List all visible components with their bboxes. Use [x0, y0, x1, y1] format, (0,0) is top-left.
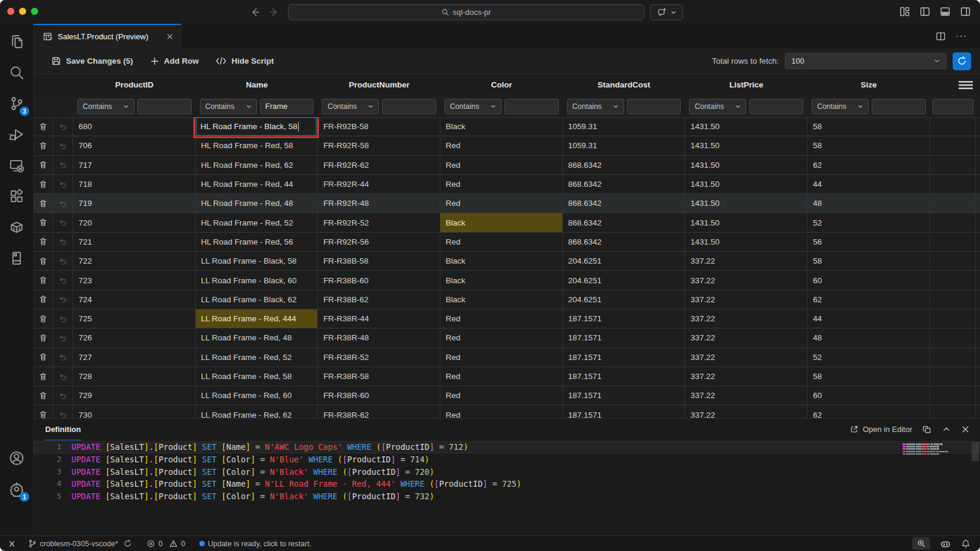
copilot-status-icon[interactable] — [940, 538, 951, 550]
cell-size[interactable]: 60 — [807, 271, 930, 289]
cell-productnumber[interactable]: FR-R38B-62 — [318, 290, 440, 309]
delete-row-button[interactable] — [34, 367, 53, 386]
filter-input-name[interactable]: Frame — [260, 99, 314, 114]
delete-row-button[interactable] — [34, 136, 53, 155]
column-header-name[interactable]: Name — [196, 80, 318, 89]
cell-listprice[interactable]: 337.22 — [685, 405, 807, 418]
revert-row-button[interactable] — [53, 271, 73, 289]
cell-standardcost[interactable]: 868.6342 — [563, 194, 685, 212]
filter-operator-select-listprice[interactable]: Contains — [689, 99, 746, 114]
cell-standardcost[interactable]: 187.1571 — [563, 328, 685, 347]
cell-name[interactable]: HL Road Frame - Black, 58 — [196, 117, 318, 136]
cell-size[interactable]: 56 — [807, 233, 930, 251]
delete-row-button[interactable] — [34, 233, 53, 251]
cell-size[interactable]: 48 — [807, 328, 930, 347]
total-rows-select[interactable]: 100 — [785, 53, 947, 69]
cell-listprice[interactable]: 337.22 — [685, 386, 807, 405]
cell-name[interactable]: HL Road Frame - Red, 56 — [196, 233, 318, 251]
revert-row-button[interactable] — [53, 156, 73, 174]
revert-row-button[interactable] — [53, 117, 73, 136]
definition-tab[interactable]: Definition — [45, 419, 82, 440]
revert-row-button[interactable] — [53, 175, 73, 193]
cell-size[interactable]: 60 — [807, 386, 930, 405]
cell-productnumber[interactable]: FR-R38B-58 — [318, 252, 440, 270]
delete-row-button[interactable] — [34, 328, 53, 347]
revert-row-button[interactable] — [53, 386, 73, 405]
activity-bar-item-containers[interactable] — [4, 214, 30, 240]
remote-indicator[interactable] — [7, 539, 17, 549]
activity-bar-item-source-control[interactable]: 3 — [4, 90, 30, 117]
cell-color[interactable]: Black — [440, 213, 563, 231]
cell-productid[interactable]: 722 — [73, 252, 196, 270]
forward-button[interactable] — [267, 5, 281, 18]
cell-size[interactable]: 44 — [807, 309, 930, 328]
cell-productid[interactable]: 724 — [73, 290, 196, 309]
zoom-in-button[interactable] — [912, 537, 930, 550]
cell-standardcost[interactable]: 187.1571 — [563, 367, 685, 386]
notifications-bell-icon[interactable] — [961, 539, 970, 549]
customize-layout-icon[interactable] — [899, 6, 910, 17]
cell-color[interactable]: Red — [440, 328, 563, 347]
cell-listprice[interactable]: 337.22 — [685, 328, 807, 347]
cell-productid[interactable]: 729 — [73, 386, 196, 405]
revert-row-button[interactable] — [53, 367, 73, 386]
cell-standardcost[interactable]: 204.6251 — [563, 252, 685, 270]
cell-productid[interactable]: 706 — [73, 136, 196, 155]
delete-row-button[interactable] — [34, 117, 53, 136]
cell-color[interactable]: Red — [440, 175, 563, 193]
cell-size[interactable]: 62 — [807, 290, 930, 309]
more-actions-icon[interactable]: ··· — [956, 31, 967, 42]
toggle-panel-icon[interactable] — [940, 6, 951, 17]
delete-row-button[interactable] — [34, 271, 53, 289]
column-header-productid[interactable]: ProductID — [73, 80, 196, 89]
cell-listprice[interactable]: 337.22 — [685, 271, 807, 289]
add-row-button[interactable]: Add Row — [150, 57, 199, 66]
cell-standardcost[interactable]: 204.6251 — [563, 271, 685, 289]
problems-status[interactable]: 0 0 — [146, 539, 185, 548]
cell-standardcost[interactable]: 868.6342 — [563, 156, 685, 174]
cell-color[interactable]: Red — [440, 309, 563, 328]
revert-row-button[interactable] — [53, 213, 73, 231]
filter-input-color[interactable] — [505, 99, 559, 114]
filter-operator-select-productnumber[interactable]: Contains — [322, 99, 379, 114]
delete-row-button[interactable] — [34, 290, 53, 309]
cell-productid[interactable]: 727 — [73, 348, 196, 367]
cell-color[interactable]: Red — [440, 348, 563, 367]
cell-name[interactable]: LL Road Frame - Red, 52 — [196, 348, 318, 367]
hide-script-button[interactable]: Hide Script — [215, 57, 274, 65]
cell-listprice[interactable]: 1431.50 — [685, 194, 807, 212]
cell-size[interactable]: 52 — [807, 348, 930, 367]
cell-name[interactable]: HL Road Frame - Red, 62 — [196, 156, 318, 174]
delete-row-button[interactable] — [34, 213, 53, 231]
cell-productnumber[interactable]: FR-R92R-56 — [318, 233, 440, 251]
cell-productid[interactable]: 721 — [73, 233, 196, 251]
cell-productid[interactable]: 728 — [73, 367, 196, 386]
filter-operator-select-color[interactable]: Contains — [444, 99, 502, 114]
cell-size[interactable]: 58 — [807, 117, 930, 136]
cell-productid[interactable]: 726 — [73, 328, 196, 347]
cell-standardcost[interactable]: 187.1571 — [563, 309, 685, 328]
copilot-chat-button[interactable] — [650, 4, 683, 20]
revert-row-button[interactable] — [53, 290, 73, 309]
cell-productnumber[interactable]: FR-R92B-58 — [318, 117, 440, 136]
delete-row-button[interactable] — [34, 156, 53, 174]
activity-bar-item-remote-explorer[interactable] — [4, 152, 30, 179]
revert-row-button[interactable] — [53, 328, 73, 347]
delete-row-button[interactable] — [34, 252, 53, 270]
delete-row-button[interactable] — [34, 405, 53, 418]
cell-color[interactable]: Black — [440, 252, 563, 270]
filter-input-productid[interactable] — [137, 99, 192, 114]
cell-name[interactable]: HL Road Frame - Red, 52 — [196, 213, 318, 231]
cell-productid[interactable]: 720 — [73, 213, 196, 231]
filter-operator-select-productid[interactable]: Contains — [77, 99, 134, 114]
revert-row-button[interactable] — [53, 194, 73, 212]
git-branch-status[interactable]: croblesm-0305-vscode* — [28, 539, 132, 548]
column-header-productnumber[interactable]: ProductNumber — [318, 80, 440, 89]
cell-color[interactable]: Red — [440, 136, 563, 155]
cell-name[interactable]: LL Road Frame - Red, 48 — [196, 328, 318, 347]
cell-name[interactable]: LL Road Frame - Red, 62 — [196, 405, 318, 418]
revert-row-button[interactable] — [53, 233, 73, 251]
column-header-color[interactable]: Color — [440, 80, 563, 89]
cell-name[interactable]: LL Road Frame - Red, 60 — [196, 386, 318, 405]
close-window-button[interactable] — [7, 8, 14, 15]
